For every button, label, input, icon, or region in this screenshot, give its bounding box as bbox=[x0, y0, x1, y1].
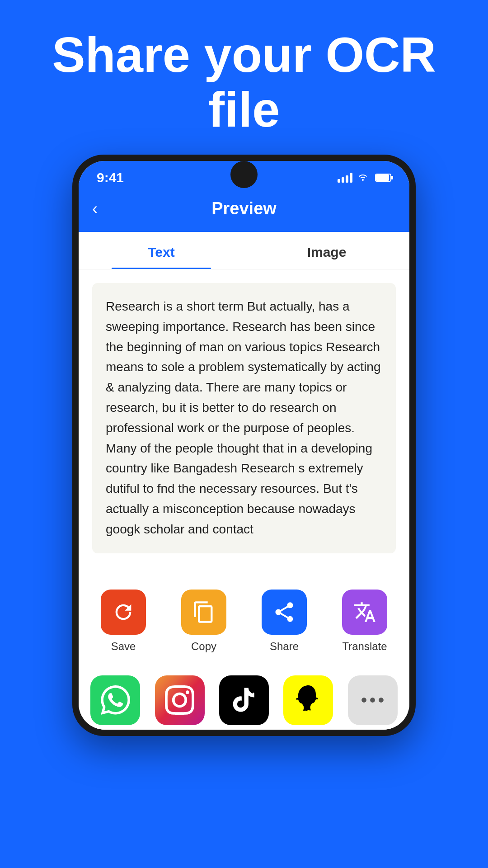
tab-image[interactable]: Image bbox=[244, 232, 409, 269]
screen-title: Preview bbox=[211, 199, 277, 218]
ocr-text-card: Research is a short term But actually, h… bbox=[92, 283, 396, 553]
svg-point-2 bbox=[379, 698, 384, 703]
status-time: 9:41 bbox=[97, 170, 124, 185]
status-bar: 9:41 bbox=[79, 161, 409, 190]
translate-icon bbox=[342, 590, 387, 635]
copy-button[interactable]: Copy bbox=[181, 590, 226, 653]
app-header: ‹ Preview bbox=[79, 190, 409, 232]
save-icon bbox=[101, 590, 146, 635]
content-area: Research is a short term But actually, h… bbox=[79, 269, 409, 580]
tab-text[interactable]: Text bbox=[79, 232, 244, 269]
save-label: Save bbox=[111, 640, 136, 653]
more-apps-button[interactable] bbox=[348, 675, 398, 725]
save-button[interactable]: Save bbox=[101, 590, 146, 653]
ocr-text-content: Research is a short term But actually, h… bbox=[106, 297, 382, 540]
phone-frame: 9:41 ‹ bbox=[72, 155, 416, 736]
snapchat-app[interactable] bbox=[283, 675, 333, 725]
hero-title: Share your OCR file bbox=[0, 0, 488, 155]
share-label: Share bbox=[270, 640, 299, 653]
svg-point-0 bbox=[361, 698, 366, 703]
copy-label: Copy bbox=[191, 640, 216, 653]
copy-icon bbox=[181, 590, 226, 635]
instagram-app[interactable] bbox=[155, 675, 205, 725]
svg-point-1 bbox=[370, 698, 375, 703]
share-button[interactable]: Share bbox=[262, 590, 307, 653]
whatsapp-app[interactable] bbox=[90, 675, 140, 725]
translate-label: Translate bbox=[342, 640, 387, 653]
back-button[interactable]: ‹ bbox=[92, 199, 98, 218]
share-icon bbox=[262, 590, 307, 635]
notch bbox=[230, 161, 258, 188]
status-icons bbox=[338, 171, 391, 184]
tab-bar: Text Image bbox=[79, 232, 409, 269]
phone-screen: 9:41 ‹ bbox=[79, 161, 409, 730]
battery-icon bbox=[375, 174, 391, 182]
action-buttons: Save Copy Share bbox=[79, 580, 409, 666]
social-app-bar bbox=[79, 666, 409, 730]
signal-icon bbox=[338, 173, 352, 183]
translate-button[interactable]: Translate bbox=[342, 590, 387, 653]
tiktok-app[interactable] bbox=[219, 675, 269, 725]
wifi-icon bbox=[357, 171, 369, 184]
